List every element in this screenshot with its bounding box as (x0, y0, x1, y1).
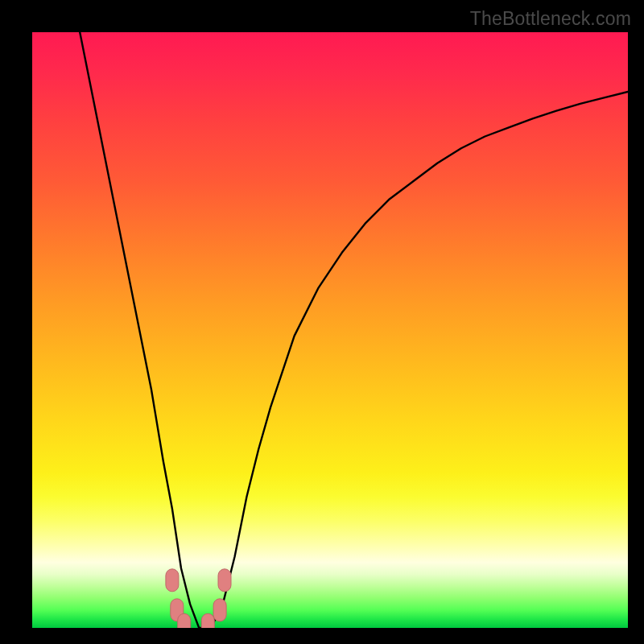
curve-marker (201, 613, 214, 628)
curve-marker (213, 599, 226, 621)
bottleneck-curve (80, 32, 628, 628)
chart-frame: TheBottleneck.com (0, 0, 644, 644)
chart-svg (32, 32, 628, 628)
plot-area (32, 32, 628, 628)
curve-marker (166, 569, 179, 592)
curve-marker (218, 569, 231, 592)
marker-group (166, 569, 231, 628)
curve-marker (178, 613, 191, 628)
watermark-text: TheBottleneck.com (470, 8, 631, 30)
